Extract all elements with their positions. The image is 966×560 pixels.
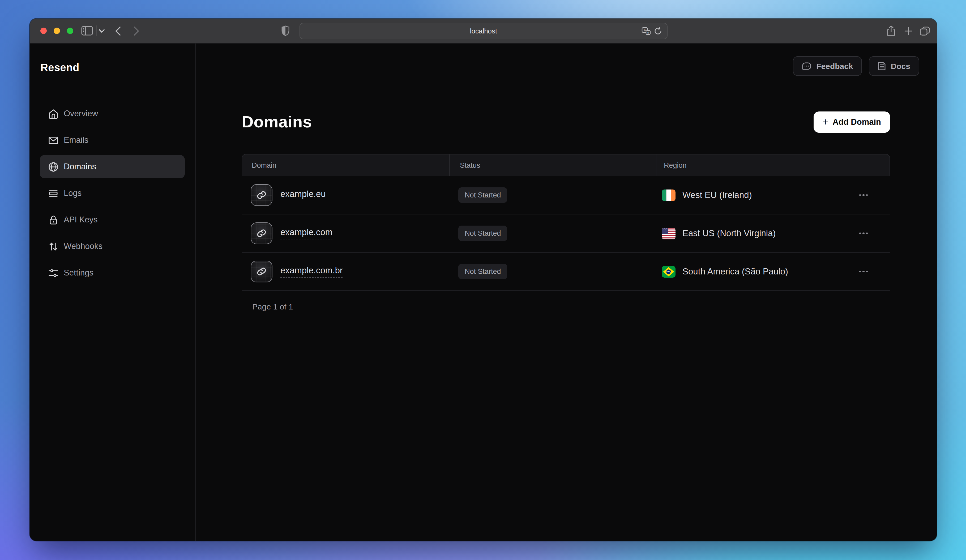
domain-name-link[interactable]: example.com.br — [280, 265, 343, 278]
privacy-shield-icon[interactable] — [280, 19, 290, 43]
row-actions-button[interactable] — [859, 233, 868, 234]
sidebar-item-webhooks[interactable]: Webhooks — [40, 235, 185, 258]
table-row: example.com Not Started East U — [242, 215, 890, 253]
status-badge: Not Started — [458, 264, 508, 279]
column-header-region: Region — [656, 154, 890, 176]
zoom-window-button[interactable] — [67, 28, 73, 34]
domains-page: Domains + Add Domain Domain Status Regio… — [196, 89, 937, 311]
svg-text:文: 文 — [647, 31, 650, 34]
sidebar-item-api-keys[interactable]: API Keys — [40, 208, 185, 231]
table-row: example.eu Not Started West EU (Ireland) — [242, 176, 890, 215]
page-title: Domains — [242, 113, 312, 132]
new-tab-icon[interactable] — [903, 19, 913, 43]
add-domain-button[interactable]: + Add Domain — [813, 111, 890, 133]
feedback-button-label: Feedback — [816, 62, 853, 70]
table-header: Domain Status Region — [242, 154, 890, 176]
row-actions-button[interactable] — [859, 271, 868, 273]
forward-button[interactable] — [132, 19, 141, 43]
sidebar-item-label: Logs — [64, 188, 82, 198]
sidebar-item-label: Settings — [64, 268, 94, 278]
app-root: Resend Overview Emails — [30, 44, 937, 541]
logs-icon — [48, 188, 58, 198]
desktop-background: localhost A 文 — [0, 0, 966, 560]
sidebar-item-label: API Keys — [64, 215, 98, 224]
sidebar-item-label: Emails — [64, 135, 89, 145]
sidebar-item-domains[interactable]: Domains — [40, 155, 185, 178]
globe-icon — [48, 161, 58, 172]
ireland-flag-icon — [662, 189, 675, 201]
feedback-button[interactable]: Feedback — [793, 56, 862, 76]
status-badge: Not Started — [458, 187, 508, 203]
add-domain-label: Add Domain — [833, 117, 881, 127]
sidebar-item-emails[interactable]: Emails — [40, 128, 185, 152]
domain-link-icon[interactable] — [251, 260, 273, 282]
tab-overview-icon[interactable] — [919, 19, 930, 43]
arrows-up-down-icon — [48, 241, 58, 252]
domain-link-icon[interactable] — [251, 184, 273, 206]
minimize-window-button[interactable] — [54, 28, 60, 34]
mail-icon — [48, 135, 58, 146]
lock-icon — [48, 215, 58, 225]
region-label: South America (São Paulo) — [682, 267, 788, 277]
docs-button-label: Docs — [891, 62, 910, 70]
domain-link-icon[interactable] — [251, 223, 273, 244]
browser-toolbar: localhost A 文 — [30, 19, 937, 44]
brazil-flag-icon — [662, 266, 675, 277]
back-button[interactable] — [113, 19, 123, 43]
sidebar-nav: Overview Emails Domains — [30, 102, 196, 285]
sidebar-item-label: Overview — [64, 109, 98, 118]
row-actions-button[interactable] — [859, 194, 868, 196]
sidebar: Resend Overview Emails — [30, 44, 196, 541]
docs-button[interactable]: Docs — [869, 56, 919, 76]
share-icon[interactable] — [886, 19, 897, 43]
browser-window: localhost A 文 — [30, 19, 937, 541]
sidebar-item-label: Webhooks — [64, 242, 102, 251]
toolbar-divider — [96, 26, 97, 36]
pagination-status: Page 1 of 1 — [242, 302, 890, 311]
domain-name-link[interactable]: example.com — [280, 227, 332, 239]
sidebar-item-logs[interactable]: Logs — [40, 182, 185, 205]
domains-table: Domain Status Region example.eu — [242, 154, 890, 291]
address-bar-url: localhost — [470, 27, 497, 35]
domain-name-link[interactable]: example.eu — [280, 189, 326, 201]
region-label: East US (North Virginia) — [682, 228, 776, 238]
status-badge: Not Started — [458, 226, 508, 241]
united-states-flag-icon — [662, 228, 675, 239]
sidebar-item-settings[interactable]: Settings — [40, 261, 185, 285]
region-label: West EU (Ireland) — [682, 190, 752, 200]
resend-logo: Resend — [40, 62, 196, 74]
table-row: example.com.br Not Started Sou — [242, 253, 890, 291]
column-header-domain: Domain — [242, 154, 450, 176]
speech-bubble-icon — [802, 62, 812, 70]
home-icon — [48, 108, 58, 119]
chevron-down-icon[interactable] — [98, 19, 105, 43]
sidebar-item-label: Domains — [64, 162, 96, 172]
column-header-status: Status — [450, 154, 656, 176]
translate-icon[interactable]: A 文 — [642, 27, 651, 35]
document-icon — [878, 62, 886, 70]
sidebar-item-overview[interactable]: Overview — [40, 102, 185, 125]
reload-icon[interactable] — [654, 27, 662, 35]
sliders-icon — [48, 267, 58, 278]
sidebar-toggle-icon[interactable] — [80, 19, 94, 43]
plus-icon: + — [822, 116, 828, 127]
main-header: Feedback Docs — [196, 44, 937, 89]
main-area: Feedback Docs Domains + Add Dom — [196, 44, 937, 541]
close-window-button[interactable] — [40, 28, 47, 34]
address-bar[interactable]: localhost A 文 — [299, 23, 667, 39]
